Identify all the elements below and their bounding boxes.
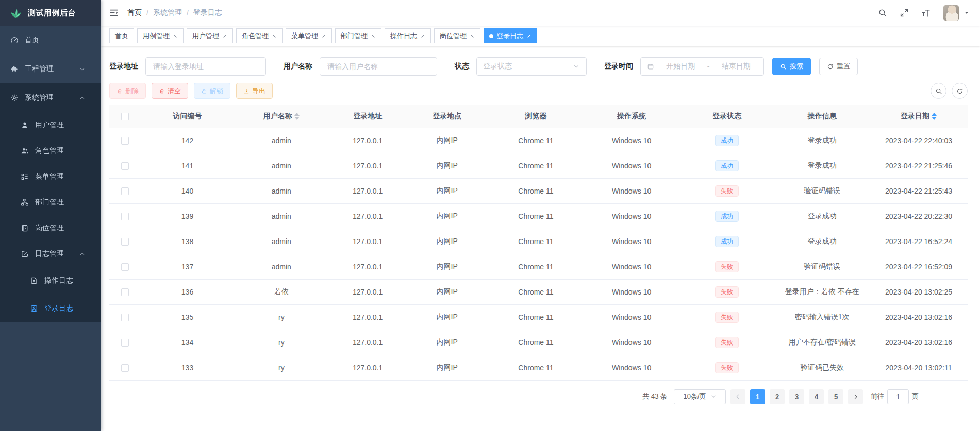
- breadcrumb-home[interactable]: 首页: [127, 8, 142, 18]
- cell-address: 127.0.0.1: [329, 355, 406, 380]
- tab-dept[interactable]: 部门管理: [335, 28, 381, 43]
- tab-usecase[interactable]: 用例管理: [137, 28, 184, 43]
- tab-logininfor[interactable]: 登录日志: [484, 28, 537, 43]
- avatar[interactable]: [943, 5, 959, 21]
- tab-user[interactable]: 用户管理: [187, 28, 233, 43]
- search-button[interactable]: 搜索: [772, 58, 811, 75]
- close-icon[interactable]: [173, 33, 178, 39]
- row-checkbox[interactable]: [121, 238, 129, 246]
- sidebar-item-post[interactable]: 岗位管理: [0, 215, 101, 241]
- breadcrumb-current: 登录日志: [193, 8, 222, 18]
- row-checkbox[interactable]: [121, 137, 129, 145]
- table-row[interactable]: 140admin127.0.0.1内网IPChrome 11Windows 10…: [109, 178, 968, 203]
- close-icon[interactable]: [526, 33, 531, 39]
- table-row[interactable]: 141admin127.0.0.1内网IPChrome 11Windows 10…: [109, 153, 968, 178]
- cell-location: 内网IP: [406, 229, 488, 254]
- cell-date: 2023-04-22 21:25:46: [870, 153, 968, 178]
- delete-button[interactable]: 删除: [109, 83, 146, 99]
- page-button-4[interactable]: 4: [809, 389, 824, 404]
- cell-user: admin: [234, 128, 329, 153]
- table-row[interactable]: 133ry127.0.0.1内网IPChrome 11Windows 10失败验…: [109, 355, 968, 380]
- page-size-select[interactable]: 10条/页: [674, 389, 726, 404]
- cell-date: 2023-04-20 13:02:11: [870, 355, 968, 380]
- chevron-right-icon: [852, 393, 859, 400]
- row-checkbox[interactable]: [121, 314, 129, 321]
- close-icon[interactable]: [321, 33, 326, 39]
- user-menu[interactable]: [943, 5, 970, 21]
- tab-menu[interactable]: 菜单管理: [286, 28, 332, 43]
- close-icon[interactable]: [371, 33, 376, 39]
- app-logo[interactable]: 测试用例后台: [0, 0, 101, 26]
- status-select[interactable]: 登录状态: [476, 57, 587, 76]
- export-button[interactable]: 导出: [236, 83, 273, 99]
- row-checkbox[interactable]: [121, 187, 129, 195]
- sort-caret[interactable]: [932, 113, 937, 120]
- table-row[interactable]: 138admin127.0.0.1内网IPChrome 11Windows 10…: [109, 229, 968, 254]
- cell-message: 登录成功: [774, 229, 870, 254]
- close-icon[interactable]: [420, 33, 425, 39]
- unlock-button[interactable]: 解锁: [194, 83, 230, 99]
- row-checkbox[interactable]: [121, 263, 129, 271]
- column-header[interactable]: 登录日期: [870, 105, 968, 128]
- row-checkbox[interactable]: [121, 339, 129, 347]
- calendar-icon: [647, 63, 654, 70]
- page-button-5[interactable]: 5: [828, 389, 843, 404]
- cell-os: Windows 10: [584, 330, 679, 355]
- login-address-input[interactable]: [145, 57, 266, 76]
- sidebar-item-user[interactable]: 用户管理: [0, 112, 101, 138]
- date-range-picker[interactable]: 开始日期 - 结束日期: [640, 57, 764, 76]
- table-toolbar: 删除清空解锁导出: [109, 83, 968, 99]
- refresh-table-button[interactable]: [952, 83, 968, 99]
- table-row[interactable]: 134ry127.0.0.1内网IPChrome 11Windows 10失败用…: [109, 330, 968, 355]
- plant-logo-icon: [9, 6, 23, 20]
- sidebar-item-operlog[interactable]: 操作日志: [0, 267, 101, 295]
- cell-os: Windows 10: [584, 178, 679, 203]
- clean-button[interactable]: 清空: [152, 83, 188, 99]
- row-checkbox[interactable]: [121, 213, 129, 220]
- reset-button[interactable]: 重置: [819, 58, 858, 75]
- select-all-checkbox[interactable]: [121, 113, 129, 120]
- column-header: 登录状态: [679, 105, 775, 128]
- cell-browser: Chrome 11: [488, 279, 584, 304]
- sidebar-item-logininfor[interactable]: 登录日志: [0, 295, 101, 322]
- hamburger-icon[interactable]: [109, 8, 119, 18]
- row-checkbox[interactable]: [121, 162, 129, 170]
- table-row[interactable]: 139admin127.0.0.1内网IPChrome 11Windows 10…: [109, 203, 968, 229]
- sidebar-item-system[interactable]: 系统管理: [0, 83, 101, 112]
- next-page-button[interactable]: [848, 389, 863, 404]
- table-row[interactable]: 137admin127.0.0.1内网IPChrome 11Windows 10…: [109, 254, 968, 279]
- header-search-icon[interactable]: [878, 8, 887, 18]
- tab-operlog[interactable]: 操作日志: [385, 28, 431, 43]
- sidebar-item-home[interactable]: 首页: [0, 26, 101, 55]
- page-button-3[interactable]: 3: [789, 389, 804, 404]
- table-row[interactable]: 142admin127.0.0.1内网IPChrome 11Windows 10…: [109, 128, 968, 153]
- prev-page-button[interactable]: [730, 389, 745, 404]
- close-icon[interactable]: [470, 33, 475, 39]
- status-badge: 成功: [715, 236, 739, 247]
- pagination: 共 43 条 10条/页 12345 前往 页: [109, 389, 919, 404]
- sidebar-item-project[interactable]: 工程管理: [0, 55, 101, 83]
- tab-home[interactable]: 首页: [109, 28, 134, 43]
- sidebar-item-log[interactable]: 日志管理: [0, 241, 101, 267]
- sidebar-item-dept[interactable]: 部门管理: [0, 189, 101, 215]
- goto-page-input[interactable]: [887, 389, 909, 404]
- page-button-2[interactable]: 2: [770, 389, 785, 404]
- tab-role[interactable]: 角色管理: [236, 28, 283, 43]
- fullscreen-icon[interactable]: [900, 8, 909, 18]
- close-icon[interactable]: [222, 33, 227, 39]
- sidebar-item-role[interactable]: 角色管理: [0, 138, 101, 164]
- tab-post[interactable]: 岗位管理: [434, 28, 480, 43]
- close-icon[interactable]: [272, 33, 277, 39]
- row-checkbox[interactable]: [121, 288, 129, 296]
- chevron-down-icon: [710, 393, 717, 400]
- table-row[interactable]: 136若依127.0.0.1内网IPChrome 11Windows 10失败登…: [109, 279, 968, 304]
- username-input[interactable]: [320, 57, 437, 76]
- table-row[interactable]: 135ry127.0.0.1内网IPChrome 11Windows 10失败密…: [109, 304, 968, 330]
- row-checkbox[interactable]: [121, 364, 129, 372]
- font-size-icon[interactable]: [921, 8, 931, 18]
- sort-caret[interactable]: [294, 113, 300, 120]
- sidebar-item-menu[interactable]: 菜单管理: [0, 164, 101, 189]
- column-header[interactable]: 用户名称: [234, 105, 329, 128]
- page-button-1[interactable]: 1: [750, 389, 765, 404]
- show-search-button[interactable]: [931, 83, 946, 99]
